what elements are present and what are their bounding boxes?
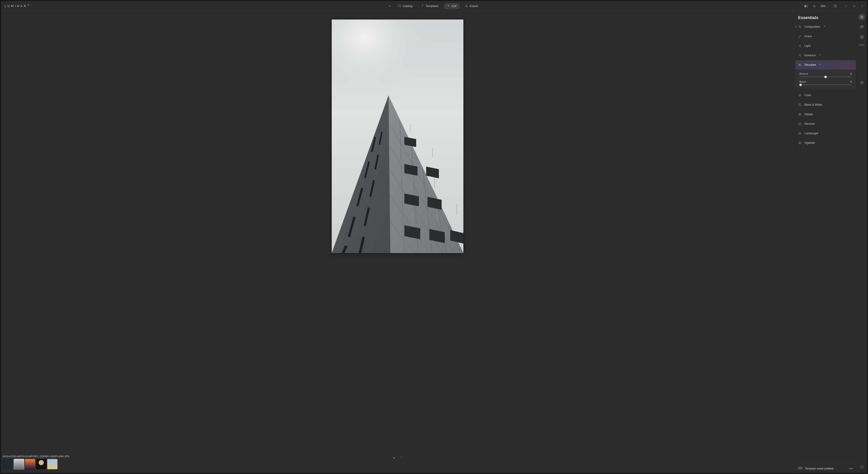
rail-local-masking-button[interactable]	[859, 79, 865, 86]
svg-line-73	[800, 65, 801, 66]
add-photo-button[interactable]	[387, 3, 393, 9]
svg-point-86	[799, 142, 801, 143]
svg-rect-80	[799, 123, 801, 125]
nav-catalog[interactable]: Catalog	[395, 3, 416, 9]
slider-amount-track[interactable]	[800, 76, 851, 77]
tool-label: Denoise	[804, 122, 815, 126]
tool-label: Vignette	[804, 141, 815, 144]
thumb-5[interactable]	[47, 459, 57, 469]
right-rail: PRO	[857, 11, 867, 473]
template-thumb	[798, 467, 803, 470]
svg-point-96	[861, 27, 861, 27]
slider-value: 0	[850, 72, 851, 75]
tool-enhance[interactable]: Enhance AI	[795, 50, 857, 60]
window-close-button[interactable]	[860, 4, 865, 9]
rail-essentials-button[interactable]	[859, 13, 865, 21]
svg-point-100	[861, 36, 862, 37]
svg-line-63	[799, 46, 799, 47]
panel-title: Essentials	[795, 11, 857, 22]
nav-templates-label: Templates	[426, 4, 439, 8]
modified-indicator	[796, 26, 797, 27]
zoom-dropdown[interactable]: 36%	[820, 4, 829, 8]
svg-line-93	[863, 18, 863, 19]
nav-export-label: Export	[470, 4, 478, 8]
slider-boost-track[interactable]	[800, 84, 851, 85]
app-brand-ai-text: AI	[28, 4, 30, 6]
preview-button[interactable]	[812, 4, 816, 8]
blackwhite-icon	[798, 103, 802, 106]
app-brand-text: LUMINAR	[4, 4, 28, 8]
thumb-3[interactable]	[25, 459, 35, 469]
nav-edit[interactable]: Edit	[444, 3, 460, 9]
crop-icon	[798, 25, 802, 28]
tool-label: Black & White	[804, 103, 822, 106]
ai-badge: AI	[824, 25, 825, 27]
nav-templates[interactable]: Templates	[417, 3, 442, 9]
nav-edit-label: Edit	[452, 4, 457, 8]
main-photo[interactable]	[332, 20, 463, 253]
tool-label: Landscape	[804, 132, 818, 135]
slider-boost-knob[interactable]	[799, 83, 802, 86]
tool-color[interactable]: Color	[795, 91, 857, 100]
sparkle-icon	[798, 54, 802, 57]
compare-button[interactable]	[804, 4, 808, 8]
tool-light[interactable]: Light	[795, 41, 857, 50]
tool-label: Composition	[804, 25, 820, 28]
tool-structure[interactable]: Structure AI	[795, 60, 856, 70]
structure-icon	[798, 63, 802, 66]
thumb-1[interactable]	[3, 459, 13, 469]
nav-export[interactable]: Export	[462, 3, 481, 9]
slider-amount-knob[interactable]	[825, 75, 827, 78]
svg-line-61	[799, 45, 799, 45]
svg-point-103	[861, 82, 863, 83]
svg-rect-12	[854, 5, 855, 7]
nav-catalog-label: Catalog	[403, 4, 412, 8]
tool-composition[interactable]: Composition AI	[795, 22, 857, 32]
tool-erase[interactable]: Erase	[795, 32, 857, 41]
help-button[interactable]	[834, 4, 837, 8]
rail-portrait-button[interactable]	[859, 34, 865, 40]
template-name: Template name (edited)	[805, 467, 847, 470]
wand-icon	[421, 4, 424, 8]
sliders-icon	[447, 4, 450, 8]
thumb-2[interactable]	[14, 459, 24, 469]
rail-info-button[interactable]	[859, 464, 865, 470]
tool-structure-body: Amount 0 Boost 0	[795, 70, 856, 89]
rail-creative-button[interactable]	[859, 24, 865, 30]
canvas-area[interactable]	[1, 11, 794, 455]
tool-denoise[interactable]: Denoise	[795, 119, 857, 129]
folder-icon	[398, 4, 401, 8]
erase-icon	[798, 35, 802, 38]
svg-point-87	[861, 16, 863, 18]
slider-value: 0	[850, 80, 851, 83]
tool-label: Erase	[804, 35, 812, 38]
titlebar-right: 36%	[804, 4, 865, 9]
reject-button[interactable]: ✕	[393, 456, 396, 460]
tool-details[interactable]: Details	[795, 109, 857, 119]
slider-amount: Amount 0	[800, 72, 851, 77]
export-icon	[465, 4, 468, 8]
window-minimize-button[interactable]	[843, 4, 848, 9]
svg-line-94	[861, 18, 861, 19]
tool-label: Light	[804, 44, 811, 47]
template-menu-button[interactable]: •••	[849, 467, 853, 470]
slider-label: Boost	[800, 80, 806, 83]
window-maximize-button[interactable]	[851, 4, 857, 9]
chevron-down-icon	[827, 5, 829, 7]
tool-landscape[interactable]: Landscape	[795, 129, 857, 138]
rail-pro-button[interactable]: PRO	[859, 44, 865, 46]
svg-rect-6	[805, 5, 806, 7]
svg-line-71	[800, 64, 801, 65]
svg-line-62	[801, 46, 801, 47]
tool-vignette[interactable]: Vignette	[795, 138, 857, 148]
color-icon	[798, 94, 802, 97]
thumb-4[interactable]	[36, 459, 46, 469]
rating-controls: ✕ ♡	[393, 456, 403, 460]
tool-list: Composition AI Erase Light Enhance AI	[795, 22, 857, 464]
svg-line-70	[799, 64, 800, 65]
svg-point-99	[860, 35, 864, 39]
favorite-button[interactable]: ♡	[400, 456, 403, 460]
tool-blackwhite[interactable]: Black & White	[795, 100, 857, 109]
svg-line-64	[801, 45, 801, 45]
svg-point-98	[862, 27, 863, 27]
